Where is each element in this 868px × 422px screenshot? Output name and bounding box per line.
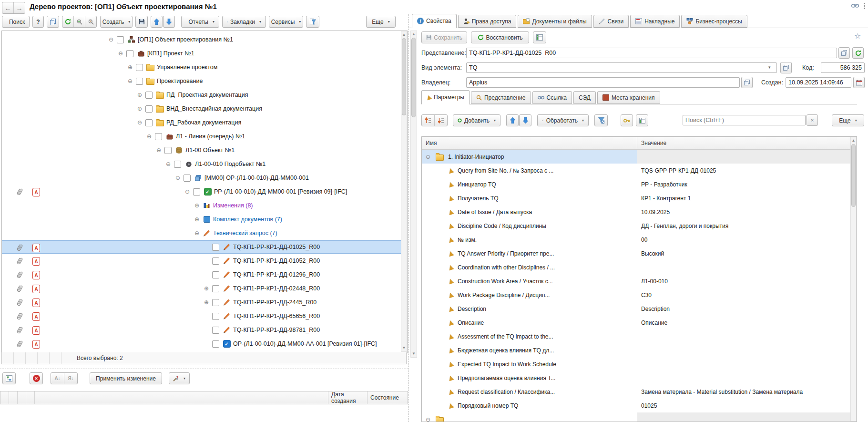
cancel-changes-button[interactable] bbox=[30, 372, 43, 384]
code-input[interactable] bbox=[821, 62, 865, 73]
checkbox[interactable] bbox=[212, 244, 219, 251]
checkbox[interactable] bbox=[212, 271, 219, 278]
tree-item[interactable]: Проектирование bbox=[2, 74, 407, 88]
save-tree-button[interactable] bbox=[135, 16, 148, 28]
tree-item[interactable]: [КП1] Проект №1 bbox=[2, 47, 407, 60]
refresh-button[interactable] bbox=[62, 16, 74, 27]
table-view-button[interactable] bbox=[636, 114, 648, 126]
param-up-button[interactable] bbox=[506, 114, 519, 126]
param-row[interactable]: Инициатор TQ РР - Разработчик bbox=[422, 177, 857, 191]
param-row[interactable]: Description Description bbox=[422, 302, 857, 316]
tree-item[interactable]: ВНД_Внестадийная документация bbox=[2, 102, 407, 115]
move-down-button[interactable] bbox=[163, 16, 175, 28]
param-row[interactable]: Expected TQ Impact to Work Schedule bbox=[422, 357, 857, 371]
column-state[interactable]: Состояние bbox=[368, 391, 408, 404]
filter-button[interactable] bbox=[306, 16, 319, 28]
checkbox[interactable] bbox=[164, 147, 172, 154]
form-scrollbar-thumb[interactable] bbox=[411, 38, 416, 117]
expand-all-button[interactable] bbox=[435, 115, 447, 126]
search-history-button[interactable] bbox=[85, 16, 96, 27]
expand-icon[interactable] bbox=[137, 106, 145, 112]
param-group-row[interactable]: 1. Initiator-Инициатор bbox=[422, 150, 857, 164]
refresh-presentation-button[interactable] bbox=[852, 47, 864, 59]
link-icon[interactable] bbox=[851, 3, 859, 10]
vertical-splitter[interactable] bbox=[408, 14, 409, 422]
owner-input[interactable] bbox=[466, 77, 740, 88]
clear-search-button[interactable]: × bbox=[807, 114, 818, 126]
tree-item[interactable]: [ОП1] Объект проектирования №1 bbox=[2, 33, 407, 46]
tree-item[interactable]: Л1-00-010 Подобъект №1 bbox=[2, 157, 407, 171]
tree-item[interactable]: Управление проектом bbox=[2, 61, 407, 74]
tree-item[interactable]: TQ-КП1-РР-КР1-ДД-65656_R00 bbox=[2, 309, 407, 323]
tree-item[interactable]: РР-(Л1-00-010)-ДД-ММ00-001 [Ревизия 09]-… bbox=[2, 185, 407, 198]
params-more-button[interactable]: Еще bbox=[832, 114, 864, 126]
checkbox[interactable] bbox=[145, 92, 153, 99]
sort-asc-button[interactable] bbox=[51, 373, 64, 384]
scroll-down-icon[interactable]: ▼ bbox=[401, 345, 407, 351]
checkbox[interactable] bbox=[193, 188, 200, 196]
pdf-icon[interactable] bbox=[32, 188, 40, 196]
collapse-icon[interactable] bbox=[109, 37, 117, 42]
param-group-row-partial[interactable] bbox=[422, 412, 857, 422]
expand-icon[interactable] bbox=[204, 299, 212, 305]
sort-desc-button[interactable] bbox=[64, 373, 77, 384]
tree-item[interactable]: Комплект документов (7) bbox=[2, 213, 407, 226]
pdf-icon[interactable] bbox=[32, 285, 40, 293]
collapse-icon[interactable] bbox=[147, 134, 155, 139]
created-input[interactable] bbox=[786, 77, 851, 88]
param-row[interactable]: Construction Work Area / Участок с... Л1… bbox=[422, 274, 857, 288]
param-row[interactable]: TQ Answer Priority / Приоритет пре... Вы… bbox=[422, 247, 857, 260]
expand-icon[interactable] bbox=[194, 203, 203, 208]
collapse-icon[interactable] bbox=[426, 154, 434, 160]
collapse-icon[interactable] bbox=[128, 78, 136, 84]
collapse-icon[interactable] bbox=[194, 230, 203, 236]
tree-item[interactable]: ПД_Проектная документация bbox=[2, 88, 407, 102]
tree-item[interactable]: [ММ00] ОР-(Л1-00-010)-ДД-ММ00-001 bbox=[2, 171, 407, 185]
column-name[interactable]: Имя bbox=[422, 137, 637, 149]
tab-access-rights[interactable]: Права доступа bbox=[458, 15, 517, 28]
save-button[interactable]: Сохранить bbox=[421, 31, 467, 43]
kind-dropdown-icon[interactable]: ▾ bbox=[768, 65, 771, 70]
checkbox[interactable] bbox=[136, 78, 143, 85]
move-up-button[interactable] bbox=[151, 16, 163, 28]
param-row[interactable]: № изм. 00 bbox=[422, 233, 857, 247]
param-row[interactable]: Бюджетная оценка влияния TQ дл... bbox=[422, 343, 857, 357]
subtab-presentation[interactable]: Представление bbox=[471, 91, 531, 104]
reports-button[interactable]: Отчеты bbox=[181, 16, 219, 28]
params-scrollbar[interactable]: ▲ bbox=[850, 137, 857, 422]
subtab-link[interactable]: Ссылка bbox=[532, 91, 572, 104]
tree-item[interactable]: TQ-КП1-РР-КР1-ДД-01052_R00 bbox=[2, 254, 407, 268]
param-row[interactable]: Coordination with other Disciplines / ..… bbox=[422, 260, 857, 274]
param-row[interactable]: Date of Issue / Дата выпуска 10.09.2025 bbox=[422, 205, 857, 219]
expand-icon[interactable] bbox=[204, 286, 212, 291]
pdf-icon[interactable] bbox=[32, 271, 40, 279]
tab-relations[interactable]: Связи bbox=[593, 15, 629, 28]
tab-business-processes[interactable]: Бизнес-процессы bbox=[681, 15, 747, 28]
open-owner-button[interactable] bbox=[741, 77, 753, 88]
checkbox[interactable] bbox=[212, 299, 219, 306]
create-button[interactable]: Создать bbox=[100, 16, 133, 28]
param-row[interactable]: Work Package Discipline / Дисцип... C30 bbox=[422, 288, 857, 302]
process-button[interactable]: Обработать bbox=[537, 114, 589, 126]
checkbox[interactable] bbox=[174, 161, 181, 168]
param-down-button[interactable] bbox=[519, 114, 531, 126]
services-button[interactable]: Сервисы bbox=[269, 16, 303, 28]
checkbox[interactable] bbox=[117, 36, 124, 43]
subtab-parameters[interactable]: Параметры bbox=[421, 90, 470, 104]
collapse-icon[interactable] bbox=[426, 417, 434, 422]
tab-invoices[interactable]: Накладные bbox=[630, 15, 680, 28]
help-button[interactable]: ? bbox=[32, 16, 44, 28]
checkbox[interactable] bbox=[212, 285, 219, 292]
param-row[interactable]: Описание Описание bbox=[422, 316, 857, 329]
bookmarks-button[interactable]: Закладки bbox=[222, 16, 266, 28]
tree-more-button[interactable]: Еще bbox=[366, 16, 396, 28]
scroll-down-icon[interactable]: ▼ bbox=[411, 351, 417, 357]
key-button[interactable] bbox=[621, 114, 633, 126]
pdf-icon[interactable] bbox=[32, 340, 40, 349]
checkbox[interactable] bbox=[136, 64, 143, 71]
param-row[interactable]: Request classification / Классифика... З… bbox=[422, 385, 857, 399]
search-button[interactable]: Поиск bbox=[2, 16, 30, 28]
open-presentation-button[interactable] bbox=[838, 47, 850, 59]
collapse-icon[interactable] bbox=[156, 147, 164, 153]
checkbox[interactable] bbox=[212, 327, 219, 334]
